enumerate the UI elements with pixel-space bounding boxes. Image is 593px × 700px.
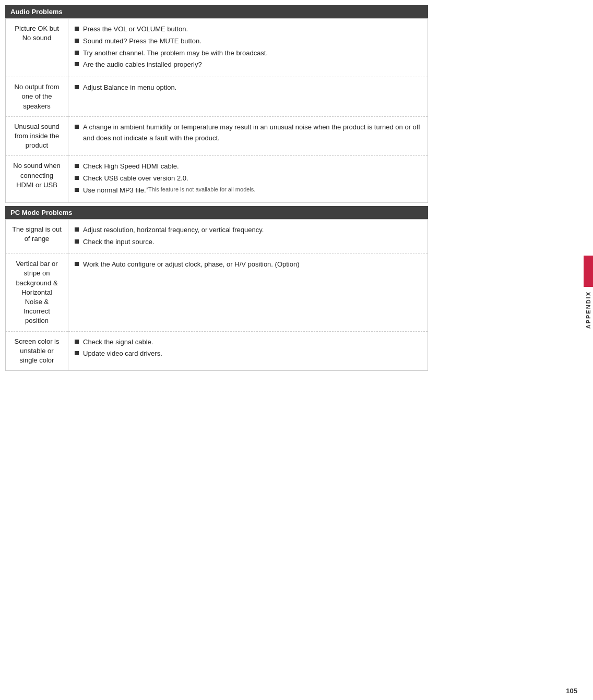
pc-header-label: PC Mode Problems xyxy=(10,209,72,216)
pc-problems-table: The signal is out of range Adjust resolu… xyxy=(5,219,428,371)
bullet-icon xyxy=(75,51,79,55)
list-item: Sound muted? Press the MUTE button. xyxy=(75,36,421,47)
problem-content: A change in ambient humidity or temperat… xyxy=(68,116,428,156)
bullet-icon xyxy=(75,39,79,43)
page-number: 105 xyxy=(566,687,577,695)
bullet-icon xyxy=(75,27,79,31)
problem-content: Press the VOL or VOLUME button. Sound mu… xyxy=(68,19,428,77)
table-row: The signal is out of range Adjust resolu… xyxy=(6,219,428,254)
table-row: Vertical bar or stripe on background & H… xyxy=(6,254,428,331)
bullet-icon xyxy=(75,176,79,180)
pc-section: PC Mode Problems The signal is out of ra… xyxy=(5,206,428,371)
table-row: Unusual sound from inside the product A … xyxy=(6,116,428,156)
problem-content: Work the Auto configure or adjust clock,… xyxy=(68,254,428,331)
appendix-sidebar: APPENDIX xyxy=(584,256,593,329)
problem-label: No sound when connecting HDMI or USB xyxy=(6,156,68,202)
audio-header-label: Audio Problems xyxy=(10,8,63,16)
problem-label: Vertical bar or stripe on background & H… xyxy=(6,254,68,331)
problem-label: Unusual sound from inside the product xyxy=(6,116,68,156)
audio-section-header: Audio Problems xyxy=(5,5,428,18)
list-item: Check the signal cable. xyxy=(75,337,421,348)
list-item: Check High Speed HDMI cable. xyxy=(75,161,421,172)
problem-content: Adjust Balance in menu option. xyxy=(68,77,428,117)
table-row: No output from one of the speakers Adjus… xyxy=(6,77,428,117)
bullet-icon xyxy=(75,239,79,244)
list-item: Adjust resolution, horizontal frequency,… xyxy=(75,225,421,236)
appendix-bar xyxy=(584,256,593,287)
list-item: A change in ambient humidity or temperat… xyxy=(75,122,421,144)
feature-note: *This feature is not available for all m… xyxy=(146,185,256,195)
audio-section: Audio Problems Picture OK but No sound P… xyxy=(5,5,428,203)
list-item: Check the input source. xyxy=(75,237,421,248)
bullet-icon xyxy=(75,164,79,168)
list-item: Press the VOL or VOLUME button. xyxy=(75,24,421,35)
appendix-label: APPENDIX xyxy=(585,291,591,329)
bullet-icon xyxy=(75,351,79,355)
list-item: Use normal MP3 file. *This feature is no… xyxy=(75,185,421,196)
bullet-icon xyxy=(75,125,79,129)
problem-label: No output from one of the speakers xyxy=(6,77,68,117)
problem-label: Screen color is unstable or single color xyxy=(6,331,68,371)
bullet-icon xyxy=(75,340,79,344)
table-row: No sound when connecting HDMI or USB Che… xyxy=(6,156,428,202)
list-item: Update video card drivers. xyxy=(75,348,421,359)
table-row: Screen color is unstable or single color… xyxy=(6,331,428,371)
list-item: Try another channel. The problem may be … xyxy=(75,48,421,59)
problem-content: Adjust resolution, horizontal frequency,… xyxy=(68,219,428,254)
list-item: Work the Auto configure or adjust clock,… xyxy=(75,259,421,270)
audio-problems-table: Picture OK but No sound Press the VOL or… xyxy=(5,18,428,203)
problem-label: Picture OK but No sound xyxy=(6,19,68,77)
bullet-icon xyxy=(75,262,79,266)
pc-section-header: PC Mode Problems xyxy=(5,206,428,219)
problem-label: The signal is out of range xyxy=(6,219,68,254)
problem-content: Check High Speed HDMI cable. Check USB c… xyxy=(68,156,428,202)
bullet-icon xyxy=(75,227,79,232)
page-content: Audio Problems Picture OK but No sound P… xyxy=(0,0,438,392)
list-item: Adjust Balance in menu option. xyxy=(75,82,421,93)
table-row: Picture OK but No sound Press the VOL or… xyxy=(6,19,428,77)
list-item: Are the audio cables installed properly? xyxy=(75,59,421,70)
bullet-icon xyxy=(75,188,79,192)
problem-content: Check the signal cable. Update video car… xyxy=(68,331,428,371)
bullet-icon xyxy=(75,85,79,89)
bullet-icon xyxy=(75,62,79,66)
list-item: Check USB cable over version 2.0. xyxy=(75,173,421,184)
